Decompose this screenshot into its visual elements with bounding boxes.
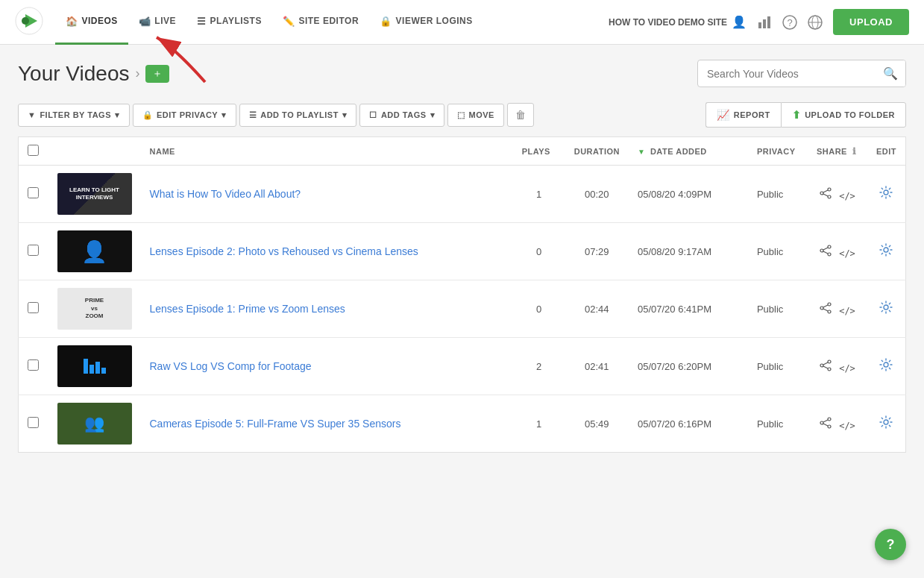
home-icon: 🏠 bbox=[66, 16, 78, 27]
row-checkbox[interactable] bbox=[28, 187, 39, 198]
settings-button[interactable] bbox=[879, 361, 893, 374]
share-cell: </> bbox=[808, 166, 867, 223]
upload-button[interactable]: UPLOAD bbox=[833, 9, 909, 35]
share-button[interactable] bbox=[820, 189, 835, 201]
thumbnail-cell: 👥 bbox=[48, 395, 141, 453]
header-right: HOW TO VIDEO DEMO SITE 👤 ? UPLOAD bbox=[609, 9, 909, 35]
edit-cell bbox=[867, 223, 906, 280]
upload-to-folder-button[interactable]: ⬆ UPLOAD TO FOLDER bbox=[781, 102, 906, 128]
pencil-icon: ✏️ bbox=[283, 16, 295, 27]
add-icon: ＋ bbox=[152, 67, 163, 81]
share-button[interactable] bbox=[820, 246, 835, 259]
search-button[interactable]: 🔍 bbox=[876, 60, 905, 87]
date-added-cell: 05/07/20 6:20PM bbox=[629, 338, 748, 395]
video-link[interactable]: Lenses Episode 2: Photo vs Rehoused vs C… bbox=[150, 245, 418, 257]
thumbnail: PRIMEvsZOOM bbox=[57, 288, 132, 330]
duration-cell: 02:44 bbox=[565, 280, 629, 338]
nav-videos[interactable]: 🏠 VIDEOS bbox=[55, 0, 128, 45]
settings-button[interactable] bbox=[879, 418, 893, 431]
thumbnail-cell bbox=[48, 338, 141, 395]
row-checkbox[interactable] bbox=[28, 359, 39, 371]
privacy-cell: Public bbox=[748, 166, 808, 223]
share-button[interactable] bbox=[820, 361, 835, 374]
video-table: NAME PLAYS DURATION ▼ DATE ADDED PRIVACY… bbox=[18, 136, 906, 453]
thumbnail: 👤 bbox=[57, 230, 132, 272]
share-cell: </> bbox=[808, 338, 867, 395]
table-row: Raw VS Log VS Comp for Footage 2 02:41 0… bbox=[19, 338, 906, 395]
edit-cell bbox=[867, 166, 906, 223]
thumbnail-cell: PRIMEvsZOOM bbox=[48, 280, 141, 338]
main-nav: 🏠 VIDEOS 📹 LIVE ☰ PLAYLISTS ✏️ SITE EDIT… bbox=[55, 0, 609, 45]
nav-playlists[interactable]: ☰ PLAYLISTS bbox=[186, 0, 272, 45]
row-checkbox[interactable] bbox=[28, 417, 39, 428]
date-added-cell: 05/08/20 4:09PM bbox=[629, 166, 748, 223]
name-cell: Lenses Episode 2: Photo vs Rehoused vs C… bbox=[141, 223, 513, 280]
embed-button[interactable]: </> bbox=[839, 363, 855, 374]
settings-button[interactable] bbox=[879, 246, 893, 259]
row-checkbox-cell bbox=[19, 280, 48, 338]
add-tags-button[interactable]: ☐ ADD TAGS ▾ bbox=[359, 104, 444, 127]
name-header: NAME bbox=[141, 137, 513, 166]
video-link[interactable]: Lenses Episode 1: Prime vs Zoom Lenses bbox=[150, 303, 345, 315]
svg-line-16 bbox=[823, 194, 828, 196]
svg-point-32 bbox=[820, 364, 823, 367]
select-all-header bbox=[19, 137, 48, 166]
delete-button[interactable]: 🗑 bbox=[507, 103, 534, 127]
search-box: 🔍 bbox=[697, 60, 906, 87]
move-button[interactable]: ⬚ MOVE bbox=[447, 104, 504, 127]
globe-icon[interactable] bbox=[808, 15, 823, 30]
settings-button[interactable] bbox=[879, 304, 893, 316]
page-header: Your Videos › ＋ 🔍 bbox=[18, 60, 906, 87]
svg-point-19 bbox=[828, 253, 831, 256]
thumbnail-badge: LEARN TO LIGHTINTERVIEWS bbox=[57, 173, 132, 215]
share-header: SHARE ℹ bbox=[808, 137, 867, 166]
video-link[interactable]: Cameras Episode 5: Full-Frame VS Super 3… bbox=[150, 418, 401, 430]
svg-point-29 bbox=[884, 305, 888, 310]
embed-button[interactable]: </> bbox=[839, 306, 855, 316]
settings-button[interactable] bbox=[879, 189, 893, 201]
svg-point-35 bbox=[884, 362, 888, 367]
row-checkbox[interactable] bbox=[28, 302, 39, 313]
search-input[interactable] bbox=[698, 62, 876, 86]
nav-live[interactable]: 📹 LIVE bbox=[128, 0, 186, 45]
embed-button[interactable]: </> bbox=[839, 191, 855, 201]
svg-line-34 bbox=[823, 366, 828, 368]
row-checkbox-cell bbox=[19, 166, 48, 223]
embed-button[interactable]: </> bbox=[839, 421, 855, 431]
filter-icon: ▼ bbox=[28, 110, 36, 119]
row-checkbox[interactable] bbox=[28, 245, 39, 256]
playlists-icon: ☰ bbox=[197, 16, 207, 27]
svg-line-39 bbox=[823, 420, 828, 422]
svg-point-20 bbox=[820, 249, 823, 252]
table-row: PRIMEvsZOOM Lenses Episode 1: Prime vs Z… bbox=[19, 280, 906, 338]
thumbnail bbox=[57, 345, 132, 387]
svg-point-41 bbox=[884, 420, 888, 424]
name-cell: Raw VS Log VS Comp for Footage bbox=[141, 338, 513, 395]
edit-privacy-button[interactable]: 🔒 EDIT PRIVACY ▾ bbox=[133, 104, 236, 127]
add-to-playlist-button[interactable]: ☰ ADD TO PLAYLIST ▾ bbox=[239, 104, 357, 127]
date-added-header[interactable]: ▼ DATE ADDED bbox=[629, 137, 748, 166]
analytics-icon[interactable] bbox=[757, 15, 772, 30]
add-folder-button[interactable]: ＋ bbox=[145, 65, 169, 83]
embed-button[interactable]: </> bbox=[839, 248, 855, 259]
toolbar: ▼ FILTER BY TAGS ▾ 🔒 EDIT PRIVACY ▾ ☰ AD… bbox=[18, 102, 906, 136]
share-button[interactable] bbox=[820, 304, 835, 316]
video-link[interactable]: What is How To Video All About? bbox=[150, 188, 301, 200]
filter-by-tags-button[interactable]: ▼ FILTER BY TAGS ▾ bbox=[18, 104, 130, 127]
video-link[interactable]: Raw VS Log VS Comp for Footage bbox=[150, 360, 312, 372]
sort-arrow-icon: ▼ bbox=[638, 148, 645, 156]
svg-rect-4 bbox=[763, 19, 766, 28]
nav-site-editor[interactable]: ✏️ SITE EDITOR bbox=[272, 0, 369, 45]
trash-icon: 🗑 bbox=[515, 109, 526, 121]
nav-viewer-logins[interactable]: 🔒 VIEWER LOGINS bbox=[369, 0, 483, 45]
help-icon[interactable]: ? bbox=[782, 15, 797, 30]
privacy-cell: Public bbox=[748, 395, 808, 453]
logo[interactable] bbox=[15, 7, 55, 37]
duration-cell: 02:41 bbox=[565, 338, 629, 395]
site-name[interactable]: HOW TO VIDEO DEMO SITE 👤 bbox=[609, 15, 747, 29]
share-info-icon[interactable]: ℹ bbox=[852, 146, 857, 157]
thumbnail-badge: 👥 bbox=[57, 403, 132, 445]
report-button[interactable]: 📈 REPORT bbox=[705, 102, 780, 128]
select-all-checkbox[interactable] bbox=[28, 145, 39, 156]
share-button[interactable] bbox=[820, 418, 835, 431]
